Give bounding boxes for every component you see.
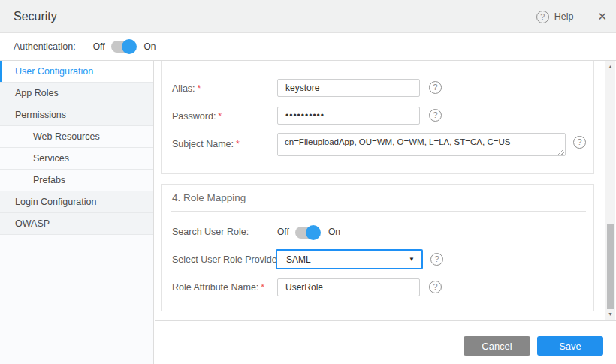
sidebar-item-label: User Configuration <box>15 66 93 77</box>
search-user-role-label: Search User Role: <box>172 226 249 238</box>
user-role-provider-label: Select User Role Provider: <box>172 254 282 266</box>
role-attribute-name-input[interactable] <box>277 278 420 296</box>
sidebar-item-login-configuration[interactable]: Login Configuration <box>0 191 153 213</box>
provider-help-icon[interactable]: ? <box>430 253 443 266</box>
search-user-role-toggle[interactable] <box>295 227 319 239</box>
authentication-toggle-knob <box>122 39 137 54</box>
sidebar-item-label: Permissions <box>15 110 66 120</box>
required-marker: * <box>218 111 222 122</box>
close-icon[interactable]: ✕ <box>597 10 607 23</box>
authentication-bar: Authentication: Off On <box>0 33 616 61</box>
sidebar-item-label: Prefabs <box>33 175 65 185</box>
save-button[interactable]: Save <box>537 336 603 356</box>
authentication-toggle[interactable] <box>111 41 135 53</box>
search-role-on-label: On <box>328 227 340 237</box>
required-marker: * <box>236 139 240 149</box>
sidebar-item-prefabs[interactable]: Prefabs <box>0 170 153 191</box>
sidebar-item-web-resources[interactable]: Web Resources <box>0 126 153 148</box>
alias-label: Alias:* <box>172 83 201 95</box>
settings-sidebar: User Configuration App Roles Permissions… <box>0 61 154 364</box>
scroll-up-icon[interactable]: ▲ <box>605 62 615 71</box>
help-link[interactable]: Help <box>554 11 574 22</box>
user-role-provider-select[interactable]: SAML ▼ <box>276 249 423 269</box>
dropdown-caret-icon: ▼ <box>409 256 415 263</box>
password-label-text: Password: <box>172 111 216 122</box>
alias-help-icon[interactable]: ? <box>429 81 442 94</box>
selected-provider-value: SAML <box>286 254 311 265</box>
section-divider <box>171 211 586 212</box>
authentication-label: Authentication: <box>14 41 76 52</box>
subject-name-help-icon[interactable]: ? <box>573 136 586 149</box>
subject-name-label: Subject Name:* <box>172 138 240 150</box>
sidebar-item-services[interactable]: Services <box>0 148 153 170</box>
password-help-icon[interactable]: ? <box>429 109 442 122</box>
sidebar-item-app-roles[interactable]: App Roles <box>0 83 153 104</box>
content-panel: Alias:* ? Password:* ? Subject Name:* cn… <box>155 61 605 320</box>
alias-input[interactable] <box>277 79 420 97</box>
password-label: Password:* <box>172 110 222 122</box>
sidebar-item-label: App Roles <box>15 88 59 98</box>
page-title: Security <box>14 0 57 33</box>
help-icon[interactable]: ? <box>536 11 549 23</box>
dialog-footer: Cancel Save <box>155 320 616 364</box>
cancel-button[interactable]: Cancel <box>464 336 530 356</box>
sidebar-item-label: Login Configuration <box>15 197 96 207</box>
footer-buttons: Cancel Save <box>464 336 603 356</box>
active-indicator <box>0 61 2 82</box>
sidebar-item-user-configuration[interactable]: User Configuration <box>0 61 153 83</box>
role-attribute-help-icon[interactable]: ? <box>429 281 442 293</box>
subject-name-label-text: Subject Name: <box>172 139 234 149</box>
sidebar-item-label: Web Resources <box>33 131 100 142</box>
password-input[interactable] <box>277 107 420 125</box>
required-marker: * <box>261 282 264 293</box>
role-attribute-label-text: Role Attribute Name: <box>172 282 258 293</box>
authentication-off-label: Off <box>93 41 105 52</box>
security-dialog: Security ? Help ✕ Authentication: Off On… <box>0 0 616 364</box>
role-mapping-title: 4. Role Mapping <box>172 192 246 204</box>
scrollbar-thumb[interactable] <box>607 224 614 309</box>
sidebar-item-label: OWASP <box>15 218 50 229</box>
search-role-off-label: Off <box>277 227 289 237</box>
scroll-down-icon[interactable]: ▼ <box>605 310 615 319</box>
dialog-header: Security ? Help ✕ <box>0 0 616 33</box>
search-user-role-toggle-knob <box>306 225 321 240</box>
sidebar-item-owasp[interactable]: OWASP <box>0 213 153 235</box>
authentication-on-label: On <box>144 41 156 52</box>
vertical-scrollbar[interactable]: ▲ ▼ <box>605 61 615 320</box>
sidebar-item-label: Services <box>33 153 69 164</box>
header-actions: ? Help ✕ <box>536 0 607 33</box>
required-marker: * <box>198 83 201 94</box>
sidebar-item-permissions[interactable]: Permissions <box>0 104 153 126</box>
role-attribute-name-label: Role Attribute Name:* <box>172 281 264 293</box>
subject-name-textarea[interactable]: cn=FileuploadApp, OU=WM, O=WM, L=LA, ST=… <box>277 133 566 156</box>
alias-label-text: Alias: <box>172 83 195 94</box>
